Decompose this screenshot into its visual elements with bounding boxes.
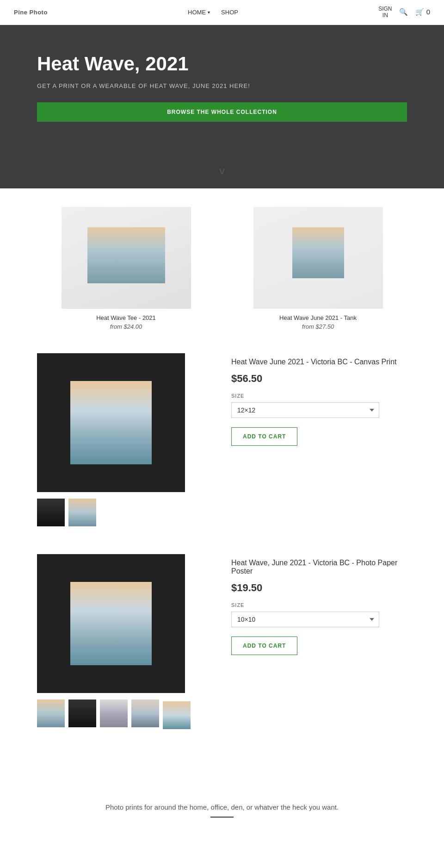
hero-subtitle: GET A PRINT OR A WEARABLE OF HEAT WAVE, … xyxy=(37,82,407,89)
size-select-canvas[interactable]: 12×12 16×16 20×20 24×24 xyxy=(231,402,379,418)
add-to-cart-poster-button[interactable]: ADD TO CART xyxy=(231,637,297,655)
size-label-poster: SIZE xyxy=(231,602,407,608)
poster-thumbnail-1[interactable] xyxy=(37,699,65,727)
product-image-tee xyxy=(62,207,191,309)
product-canvas-main-image xyxy=(37,353,185,492)
thumbnail-2[interactable] xyxy=(68,499,96,526)
product-poster-main-image xyxy=(37,554,185,693)
footer-text: Photo prints for around the home, office… xyxy=(0,775,444,837)
product-canvas-right: Heat Wave June 2021 - Victoria BC - Canv… xyxy=(231,353,407,446)
size-select-poster[interactable]: 10×10 12×12 16×20 18×24 xyxy=(231,612,379,627)
product-canvas-thumbnails xyxy=(37,499,213,526)
poster-thumbnail-5[interactable] xyxy=(163,701,191,729)
poster-thumbnail-2[interactable] xyxy=(68,699,96,727)
cart-icon[interactable]: 🛒 0 xyxy=(415,8,430,16)
product-name-tank: Heat Wave June 2021 - Tank xyxy=(229,314,407,321)
hero-title: Heat Wave, 2021 xyxy=(37,53,407,75)
size-label-canvas: SIZE xyxy=(231,393,407,399)
sign-in-link[interactable]: SIGN IN xyxy=(378,6,392,19)
hero-section: Heat Wave, 2021 GET A PRINT OR A WEARABL… xyxy=(0,25,444,154)
product-poster-left xyxy=(37,554,213,729)
poster-thumbnail-3[interactable] xyxy=(100,699,128,727)
poster-thumbnail-4[interactable] xyxy=(131,699,159,727)
nav-home[interactable]: HOME ▾ xyxy=(188,9,210,16)
product-poster-title: Heat Wave, June 2021 - Victoria BC - Pho… xyxy=(231,559,407,575)
footer-divider xyxy=(210,817,234,818)
navigation: Pine Photo HOME ▾ SHOP SIGN IN 🔍 🛒 0 xyxy=(0,0,444,25)
product-canvas-left xyxy=(37,353,213,526)
chevron-down-icon[interactable]: ∨ xyxy=(218,165,226,177)
chevron-down-icon: ▾ xyxy=(208,10,210,15)
product-image-tank xyxy=(253,207,383,309)
product-canvas-price: $56.50 xyxy=(231,373,407,385)
scroll-down-section: ∨ xyxy=(0,154,444,188)
product-detail-poster: Heat Wave, June 2021 - Victoria BC - Pho… xyxy=(37,554,407,729)
browse-collection-button[interactable]: BROWSE THE WHOLE COLLECTION xyxy=(37,102,407,122)
product-price-tee: from $24.00 xyxy=(37,323,215,330)
logo: Pine Photo xyxy=(14,9,48,16)
product-detail-canvas: Heat Wave June 2021 - Victoria BC - Canv… xyxy=(37,353,407,526)
product-canvas-title: Heat Wave June 2021 - Victoria BC - Canv… xyxy=(231,358,407,366)
products-section: Heat Wave Tee - 2021 from $24.00 Heat Wa… xyxy=(0,188,444,775)
product-grid-top: Heat Wave Tee - 2021 from $24.00 Heat Wa… xyxy=(37,207,407,330)
product-price-tank: from $27.50 xyxy=(229,323,407,330)
product-card-tank[interactable]: Heat Wave June 2021 - Tank from $27.50 xyxy=(229,207,407,330)
product-name-tee: Heat Wave Tee - 2021 xyxy=(37,314,215,321)
search-icon[interactable]: 🔍 xyxy=(399,8,408,16)
product-card-tee[interactable]: Heat Wave Tee - 2021 from $24.00 xyxy=(37,207,215,330)
nav-shop[interactable]: SHOP xyxy=(221,9,238,16)
product-poster-right: Heat Wave, June 2021 - Victoria BC - Pho… xyxy=(231,554,407,655)
product-poster-price: $19.50 xyxy=(231,582,407,594)
thumbnail-1[interactable] xyxy=(37,499,65,526)
product-poster-thumbnails xyxy=(37,699,213,729)
add-to-cart-canvas-button[interactable]: ADD TO CART xyxy=(231,427,297,446)
